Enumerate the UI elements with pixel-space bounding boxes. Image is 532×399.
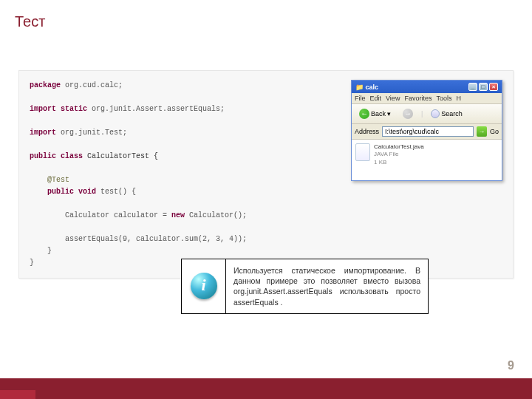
- menu-file[interactable]: File: [355, 95, 366, 102]
- kw-class: public class: [30, 152, 83, 160]
- kw-method: public void: [47, 188, 96, 196]
- go-label: Go: [490, 128, 499, 135]
- code-class-name: CalculatorTest {: [83, 152, 158, 160]
- go-button[interactable]: →: [477, 126, 487, 137]
- forward-icon: →: [403, 109, 413, 119]
- file-item[interactable]: CalculatorTest.java JAVA File 1 KB: [355, 143, 498, 166]
- explorer-menubar: File Edit View Favorites Tools H: [352, 93, 502, 104]
- explorer-address-bar: Address → Go: [352, 124, 502, 140]
- window-close-button[interactable]: ×: [489, 83, 498, 91]
- code-stmt1a: Calculator calculator =: [65, 211, 171, 219]
- search-button[interactable]: Search: [427, 107, 466, 120]
- menu-view[interactable]: View: [386, 95, 400, 102]
- menu-tools[interactable]: Tools: [436, 95, 451, 102]
- address-label: Address: [355, 128, 379, 135]
- folder-icon: 📁: [355, 83, 364, 91]
- chevron-down-icon: ▾: [387, 110, 391, 117]
- search-icon: [431, 109, 440, 118]
- file-size: 1 KB: [374, 159, 424, 166]
- code-stmt1b: Calculator();: [185, 211, 247, 219]
- page-title: Тест: [15, 13, 45, 30]
- kw-import: import: [30, 129, 56, 137]
- code-close-method: }: [30, 245, 502, 257]
- code-annotation: @Test: [47, 176, 69, 184]
- window-minimize-button[interactable]: _: [468, 83, 477, 91]
- callout-text: Используется статическое импортирование.…: [226, 259, 428, 313]
- code-import: org.junit.Test;: [56, 129, 127, 137]
- java-file-icon: [355, 143, 370, 161]
- info-icon: [191, 273, 217, 299]
- explorer-titlebar[interactable]: 📁 calc _ □ ×: [352, 81, 502, 93]
- window-maximize-button[interactable]: □: [479, 83, 488, 91]
- search-label: Search: [441, 110, 463, 117]
- file-name: CalculatorTest.java: [374, 143, 424, 151]
- back-icon: ←: [359, 109, 369, 119]
- menu-help[interactable]: H: [456, 95, 461, 102]
- address-input[interactable]: [382, 126, 474, 137]
- forward-button[interactable]: →: [399, 106, 417, 121]
- menu-favorites[interactable]: Favorites: [404, 95, 432, 102]
- back-button[interactable]: ← Back ▾: [355, 106, 395, 121]
- code-import-static: org.junit.Assert.assertEquals;: [87, 105, 225, 113]
- code-method-name: test() {: [96, 188, 136, 196]
- menu-edit[interactable]: Edit: [370, 95, 382, 102]
- explorer-title: calc: [366, 83, 379, 91]
- footer-bar: [0, 378, 532, 399]
- explorer-toolbar: ← Back ▾ → | Search: [352, 104, 502, 124]
- page-number: 9: [508, 359, 514, 372]
- callout-icon-cell: [182, 259, 226, 313]
- footer-accent: [0, 390, 35, 399]
- file-type: JAVA File: [374, 151, 424, 158]
- code-package: org.cud.calc;: [61, 81, 123, 89]
- explorer-body: CalculatorTest.java JAVA File 1 KB: [352, 140, 502, 180]
- kw-package: package: [30, 81, 61, 89]
- kw-import-static: import static: [30, 105, 87, 113]
- back-label: Back: [371, 110, 386, 117]
- info-callout: Используется статическое импортирование.…: [181, 259, 429, 314]
- explorer-window: 📁 calc _ □ × File Edit View Favorites To…: [351, 80, 502, 181]
- code-stmt2: assertEquals(9, calculator.sum(2, 3, 4))…: [30, 233, 502, 245]
- kw-new: new: [171, 211, 185, 219]
